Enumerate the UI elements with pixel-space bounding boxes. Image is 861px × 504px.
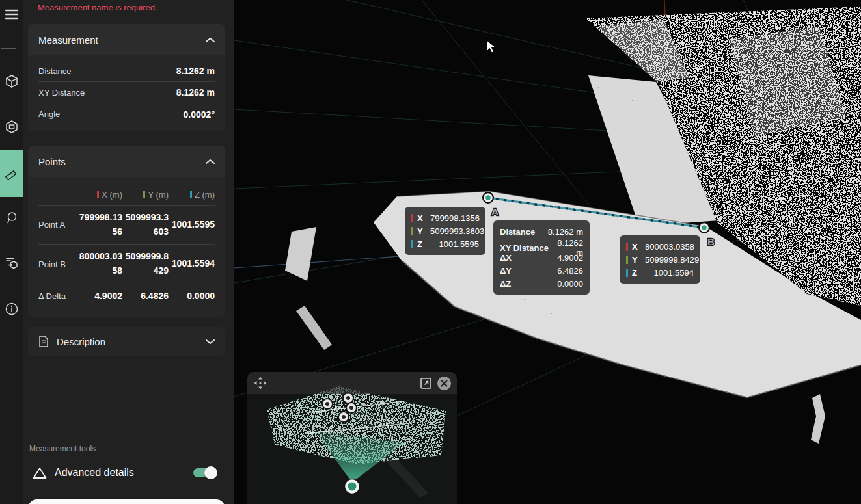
point-b-tooltip: X 800003.0358 Y 5099999.8429 Z 1001.5594 [620, 235, 700, 284]
close-icon [437, 376, 452, 391]
hamburger-icon [5, 8, 19, 20]
xy-distance-value: 8.1262 m [176, 87, 215, 98]
distance-value: 8.1262 m [176, 66, 215, 76]
y-axis-color-bar [626, 256, 628, 264]
document-icon [38, 336, 49, 347]
pin-icon [5, 211, 19, 225]
tool-measure-button[interactable] [0, 150, 23, 197]
points-card-title: Points [38, 156, 66, 167]
column-z: Z (m) [170, 190, 215, 200]
minimap-move-button[interactable] [251, 374, 269, 392]
minimap-header[interactable] [247, 372, 457, 394]
export-view-icon [5, 256, 19, 271]
ruler-icon [4, 166, 20, 181]
marker-a-label: A [491, 206, 499, 217]
minimap-expand-button[interactable] [417, 374, 435, 392]
triangle-icon [33, 467, 47, 479]
measurement-card-title: Measurement [38, 34, 98, 46]
points-table: X (m) Y (m) Z (m) Point A 799998.1356 50… [28, 177, 225, 317]
point-a-row: Point A 799998.1356 5099993.3603 1001.55… [38, 205, 215, 244]
tool-info-button[interactable] [0, 295, 23, 323]
validation-error: Measurement name is required. [38, 3, 157, 12]
angle-row: Angle 0.0002° [38, 103, 215, 125]
info-icon [5, 302, 19, 316]
chevron-down-icon[interactable] [206, 339, 215, 345]
angle-label: Angle [38, 109, 60, 119]
minimap-panel[interactable] [247, 372, 457, 504]
app-window: Measurement name is required. Measuremen… [0, 0, 861, 504]
toggle-knob [204, 466, 217, 479]
marker-b-label: B [707, 236, 715, 247]
cube-icon [5, 74, 19, 88]
rail-divider [1, 48, 16, 49]
xy-distance-label: XY Distance [38, 88, 85, 98]
description-card: Description [28, 327, 225, 356]
measurement-card-header[interactable]: Measurement [28, 24, 225, 55]
points-card: Points X (m) Y (m) Z (m) Point A 799998.… [28, 146, 225, 317]
z-axis-color-bar [411, 240, 413, 248]
measurement-tools-label: Measurement tools [29, 444, 96, 453]
distance-tooltip: Distance 8.1262 m XY Distance 8.1262 m Δ… [493, 220, 590, 295]
chevron-up-icon[interactable] [206, 37, 215, 43]
expand-icon [420, 377, 432, 390]
description-card-header[interactable]: Description [28, 327, 225, 356]
z-axis-color-bar [626, 269, 628, 277]
x-axis-color-bar [411, 214, 413, 222]
tool-export-view-button[interactable] [0, 249, 23, 278]
distance-label: Distance [38, 66, 72, 76]
measurement-sidebar: Measurement name is required. Measuremen… [23, 0, 234, 504]
tool-clipping-button[interactable] [0, 113, 23, 141]
points-card-header[interactable]: Points [28, 146, 225, 177]
point-a-tooltip: X 799998.1356 Y 5099993.3603 Z 1001.5595 [405, 207, 485, 255]
minimap-camera-marker[interactable] [345, 479, 360, 494]
y-axis-color-bar [411, 227, 413, 235]
y-axis-color-bar [143, 191, 145, 198]
column-y: Y (m) [124, 190, 169, 200]
tool-annotation-button[interactable] [0, 204, 23, 232]
points-table-header: X (m) Y (m) Z (m) [38, 190, 215, 205]
advanced-details-label: Advanced details [55, 467, 193, 479]
primary-action-button[interactable] [28, 499, 225, 504]
chevron-up-icon[interactable] [206, 159, 215, 165]
minimap-close-button[interactable] [435, 374, 453, 392]
xy-distance-row: XY Distance 8.1262 m [38, 82, 215, 103]
advanced-details-toggle[interactable] [193, 468, 215, 478]
point-b-row: Point B 800003.0358 5099999.8429 1001.55… [38, 244, 215, 283]
distance-row: Distance 8.1262 m [38, 60, 215, 82]
point-cloud-viewport[interactable]: A B X 799998.1356 Y 5099993.3603 [234, 0, 861, 504]
z-axis-color-bar [190, 191, 192, 198]
delta-row: Δ Delta 4.9002 6.4826 0.0000 [38, 284, 215, 309]
measurement-card: Measurement Distance 8.1262 m XY Distanc… [28, 24, 225, 131]
column-x: X (m) [77, 190, 122, 200]
x-axis-color-bar [97, 191, 99, 198]
angle-value: 0.0002° [184, 109, 215, 120]
menu-button[interactable] [0, 5, 23, 23]
clipping-box-icon [5, 120, 19, 134]
move-icon [253, 376, 267, 390]
description-title: Description [57, 336, 206, 347]
tool-model-button[interactable] [0, 67, 23, 96]
tool-rail [0, 0, 23, 504]
advanced-details-row: Advanced details [29, 462, 225, 483]
x-axis-color-bar [626, 243, 628, 251]
panel-divider [23, 492, 234, 492]
